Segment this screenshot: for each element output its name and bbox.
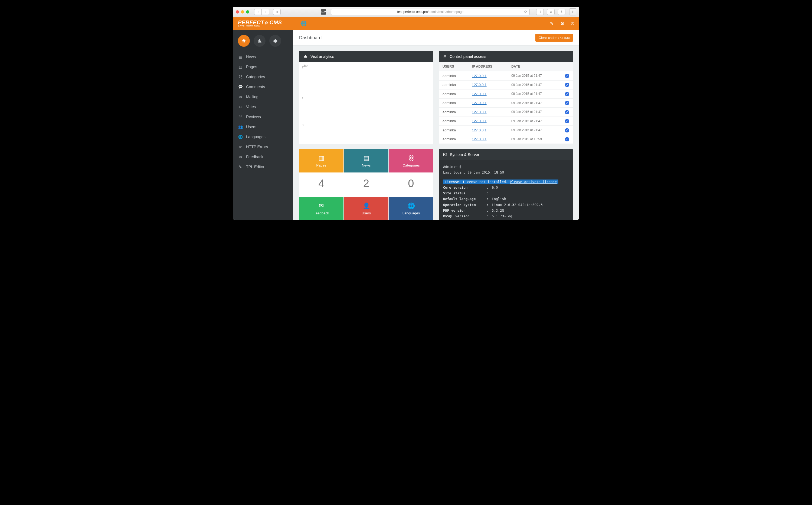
categories-icon: ⛓ xyxy=(238,74,243,79)
system-row: Site status: xyxy=(443,190,569,196)
comments-icon: 💬 xyxy=(238,85,243,89)
reload-icon[interactable]: ⟳ xyxy=(524,10,527,14)
sidebar-tab-home[interactable] xyxy=(238,35,250,47)
edit-icon[interactable]: ✎ xyxy=(550,21,554,26)
globe-icon[interactable]: 🌐 xyxy=(301,21,307,26)
window-controls xyxy=(236,10,249,13)
sidebar-item-categories[interactable]: ⛓Categories xyxy=(233,71,293,81)
check-icon: ✓ xyxy=(565,92,569,96)
sidebar-item-label: Categories xyxy=(246,74,265,79)
close-window-button[interactable] xyxy=(236,10,239,13)
panel-title: System & Server xyxy=(450,153,479,157)
sidebar-item-votes[interactable]: ☺Votes xyxy=(233,102,293,112)
sidebar-item-mailing[interactable]: ✉Mailing xyxy=(233,92,293,102)
check-icon: ✓ xyxy=(565,101,569,105)
users-icon: 👤 xyxy=(363,202,370,209)
sidebar-item-reviews[interactable]: ♡Reviews xyxy=(233,112,293,122)
activate-license-link[interactable]: Please activate license xyxy=(510,180,557,184)
sidebar: ▤News▥Pages⛓Categories💬Comments✉Mailing☺… xyxy=(233,30,293,220)
minimize-window-button[interactable] xyxy=(241,10,244,13)
mailing-icon: ✉ xyxy=(238,95,243,99)
check-icon: ✓ xyxy=(565,110,569,114)
tile-categories[interactable]: ⛓Categories xyxy=(389,149,433,172)
table-row: adminka127.0.0.109 Jan 2015 at 21:47✓ xyxy=(439,108,573,117)
table-row: adminka127.0.0.109 Jan 2015 at 21:47✓ xyxy=(439,126,573,135)
forward-button[interactable]: › xyxy=(262,9,269,15)
sidebar-item-label: Languages xyxy=(246,135,265,139)
sidebar-item-languages[interactable]: 🌐Languages xyxy=(233,132,293,142)
sidebar-item-news[interactable]: ▤News xyxy=(233,52,293,62)
ip-link[interactable]: 127.0.0.1 xyxy=(472,83,486,87)
maximize-window-button[interactable] xyxy=(246,10,249,13)
app-topbar: PERFECT⚙ CMS SAVE YOUR TIME 🌐 ✎ ⚙ ⎋ xyxy=(233,17,579,30)
table-row: adminka127.0.0.109 Jan 2015 at 21:47✓ xyxy=(439,80,573,90)
table-row: adminka127.0.0.109 Jan 2015 at 18:59✓ xyxy=(439,135,573,144)
adblock-icon[interactable]: ABP xyxy=(321,9,326,15)
ip-link[interactable]: 127.0.0.1 xyxy=(472,110,486,114)
sidebar-toggle-button[interactable]: ▥ xyxy=(273,9,281,15)
sidebar-item-feedback[interactable]: ✉Feedback xyxy=(233,152,293,162)
settings-icon[interactable]: ⚙ xyxy=(560,21,565,26)
clear-cache-button[interactable]: Clear cache (7.14Kb) xyxy=(536,34,573,42)
table-row: adminka127.0.0.109 Jan 2015 at 21:47✓ xyxy=(439,99,573,108)
tile-feedback[interactable]: ✉Feedback xyxy=(299,197,343,220)
sidebar-item-label: Reviews xyxy=(246,115,261,119)
system-row: Core version:6.0 xyxy=(443,185,569,190)
tile-languages[interactable]: 🌐Languages xyxy=(389,197,433,220)
users-icon: 👥 xyxy=(238,125,243,129)
tile-pages[interactable]: ▥Pages xyxy=(299,149,343,172)
sidebar-item-label: TPL Editor xyxy=(246,165,264,169)
ip-link[interactable]: 127.0.0.1 xyxy=(472,119,486,123)
brand-logo: PERFECT⚙ CMS SAVE YOUR TIME xyxy=(238,20,282,27)
tabs-button[interactable]: ⧉ xyxy=(547,9,555,15)
sidebar-item-label: Votes xyxy=(246,105,256,109)
ip-link[interactable]: 127.0.0.1 xyxy=(472,128,486,132)
categories-icon: ⛓ xyxy=(408,155,414,162)
ip-link[interactable]: 127.0.0.1 xyxy=(472,92,486,96)
downloads-button[interactable]: ⬇ xyxy=(558,9,565,15)
sidebar-item-label: News xyxy=(246,55,256,59)
system-row: PHP version:5.3.28 xyxy=(443,208,569,213)
sidebar-item-users[interactable]: 👥Users xyxy=(233,122,293,132)
pages-icon: ▥ xyxy=(238,64,243,69)
tpl-editor-icon: ✎ xyxy=(238,165,243,169)
tile-count: 0 xyxy=(389,172,433,197)
panel-visit-analytics: Visit analytics Jan 2 1 0 xyxy=(299,51,433,144)
sidebar-item-label: Mailing xyxy=(246,95,258,99)
share-button[interactable]: ⇪ xyxy=(536,9,544,15)
sidebar-item-label: Users xyxy=(246,125,256,129)
languages-icon: 🌐 xyxy=(238,135,243,139)
system-row: Default language:English xyxy=(443,196,569,202)
svg-rect-1 xyxy=(444,153,447,156)
table-row: adminka127.0.0.109 Jan 2015 at 21:47✓ xyxy=(439,117,573,126)
feedback-icon: ✉ xyxy=(319,202,324,209)
tile-count: 2 xyxy=(344,172,388,197)
votes-icon: ☺ xyxy=(238,105,243,109)
system-row: RAM:512M xyxy=(443,219,569,220)
sidebar-item-comments[interactable]: 💬Comments xyxy=(233,81,293,92)
check-icon: ✓ xyxy=(565,119,569,123)
sidebar-item-pages[interactable]: ▥Pages xyxy=(233,62,293,71)
new-tab-button[interactable]: + xyxy=(569,8,576,15)
sidebar-item-http-errors[interactable]: 404HTTP Errors xyxy=(233,142,293,152)
terminal-icon xyxy=(443,153,447,157)
check-icon: ✓ xyxy=(565,83,569,87)
languages-icon: 🌐 xyxy=(408,202,415,209)
back-button[interactable]: ‹ xyxy=(254,9,262,15)
sidebar-tab-stats[interactable] xyxy=(254,35,265,47)
tile-users[interactable]: 👤Users xyxy=(344,197,388,220)
logout-icon[interactable]: ⎋ xyxy=(571,21,574,26)
browser-toolbar: ‹ › ▥ ABP test.perfecto-cms.pro/admin/ma… xyxy=(233,7,579,17)
browser-window: ‹ › ▥ ABP test.perfecto-cms.pro/admin/ma… xyxy=(233,7,579,220)
ip-link[interactable]: 127.0.0.1 xyxy=(472,101,486,105)
system-terminal: Admin:~ $ Last login: 09 Jan 2015, 18:59… xyxy=(439,160,573,220)
check-icon: ✓ xyxy=(565,128,569,133)
ip-link[interactable]: 127.0.0.1 xyxy=(472,74,486,78)
table-row: adminka127.0.0.109 Jan 2015 at 21:47✓ xyxy=(439,90,573,99)
ip-link[interactable]: 127.0.0.1 xyxy=(472,137,486,141)
sidebar-item-tpl-editor[interactable]: ✎TPL Editor xyxy=(233,162,293,172)
sidebar-tab-plugins[interactable] xyxy=(269,35,281,47)
tile-news[interactable]: ▤News xyxy=(344,149,388,172)
address-bar[interactable]: test.perfecto-cms.pro/admin/main/#homepa… xyxy=(331,9,530,15)
panel-title: Control panel access xyxy=(450,54,486,59)
